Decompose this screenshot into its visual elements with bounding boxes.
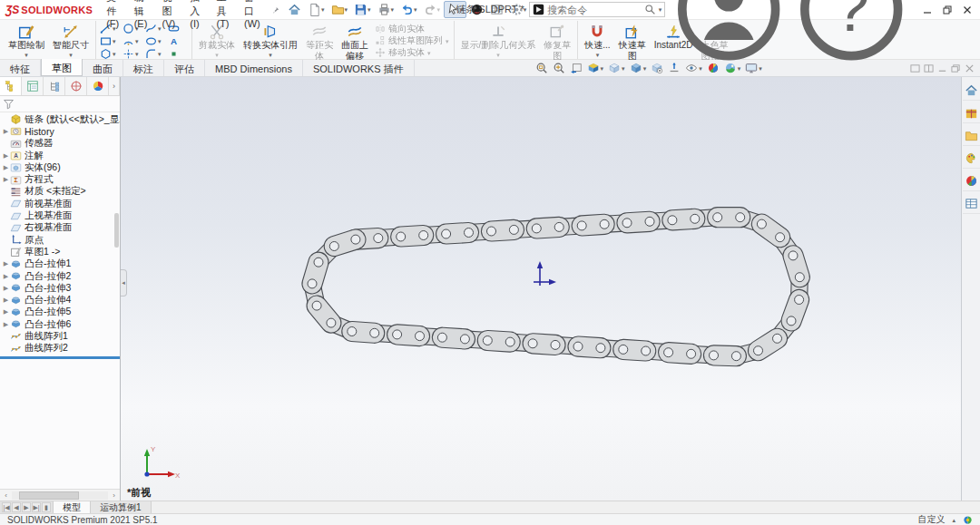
home-button[interactable] — [285, 1, 304, 18]
expand-arrow[interactable]: ▶ — [2, 321, 10, 328]
ribbon-button-移动实体[interactable]: 移动实体▾ — [373, 47, 451, 58]
ribbon-tab-MBD Dimensions[interactable]: MBD Dimensions — [205, 60, 303, 76]
graphics-viewport[interactable]: ◂ Y X *前视 — [121, 77, 961, 501]
dropdown-caret[interactable]: ▾ — [345, 6, 348, 13]
expand-arrow[interactable]: ▶ — [2, 260, 10, 267]
tree-item[interactable]: ▶History — [0, 125, 120, 137]
tree-item[interactable]: 原点 — [0, 234, 120, 246]
expand-arrow[interactable]: ▶ — [2, 285, 10, 292]
last-tab-button[interactable]: ▶| — [32, 502, 41, 512]
window-minimize-button[interactable] — [918, 3, 936, 17]
ribbon-tab-标注[interactable]: 标注 — [123, 60, 164, 76]
point-tool[interactable]: ▾ — [122, 48, 143, 60]
propertymanager-tab[interactable] — [22, 77, 44, 95]
custom-properties-button[interactable] — [963, 193, 980, 214]
expand-arrow[interactable]: ▶ — [2, 308, 10, 316]
ellipse-tool[interactable]: ▾ — [144, 35, 166, 47]
chamfer-dot-tool[interactable] — [167, 48, 189, 60]
dropdown-caret[interactable]: ▾ — [524, 6, 527, 13]
prev-tab-button[interactable]: ◀ — [12, 502, 21, 512]
polygon-tool[interactable]: ▾ — [99, 48, 121, 60]
dropdown-caret[interactable]: ▾ — [135, 51, 139, 57]
search-input[interactable] — [547, 5, 641, 15]
ribbon-button-智能尺寸[interactable]: 智能尺寸▾ — [49, 22, 93, 60]
dropdown-caret[interactable]: ▾ — [113, 51, 116, 57]
file-explorer-button[interactable] — [963, 125, 980, 146]
dropdown-caret[interactable]: ▾ — [368, 6, 371, 13]
hscroll-left-arrow[interactable]: ‹ — [1, 491, 11, 500]
first-tab-button[interactable]: |◀ — [2, 502, 11, 512]
tree-item[interactable]: ▶凸台-拉伸1 — [0, 258, 120, 270]
tree-item[interactable]: 上视基准面 — [0, 209, 120, 221]
tree-item[interactable]: 材质 <未指定> — [0, 186, 120, 198]
tree-item[interactable]: ▶凸台-拉伸4 — [0, 294, 120, 306]
dropdown-caret[interactable]: ▾ — [437, 6, 441, 13]
ribbon-tab-SOLIDWORKS 插件[interactable]: SOLIDWORKS 插件 — [303, 60, 415, 76]
tree-item[interactable]: 曲线阵列2 — [0, 343, 120, 355]
ribbon-button-显示/删除几何关系[interactable]: 显示/删除几何关系▾ — [457, 22, 540, 60]
model-tab-运动算例1[interactable]: 运动算例1 — [91, 501, 152, 513]
fillet-tool[interactable]: ▾ — [144, 48, 166, 60]
select-cursor-button[interactable]: ▾ — [444, 1, 466, 18]
tree-filter-row[interactable] — [0, 96, 120, 112]
search-box[interactable]: ▾ — [529, 2, 665, 17]
ribbon-tab-曲面[interactable]: 曲面 — [83, 60, 123, 76]
tab-splitter-button[interactable]: ▮ — [42, 502, 51, 512]
open-button[interactable]: ▾ — [328, 1, 351, 18]
hscroll-thumb[interactable] — [19, 491, 79, 500]
tree-item[interactable]: 前视基准面 — [0, 198, 120, 209]
dropdown-caret[interactable]: ▾ — [414, 6, 417, 13]
expand-arrow[interactable]: ▶ — [2, 164, 10, 171]
dropdown-caret[interactable]: ▾ — [158, 51, 162, 57]
text-tool[interactable]: A — [167, 35, 189, 47]
ribbon-button-镜向实体[interactable]: 镜向实体 — [373, 24, 451, 34]
dropdown-caret[interactable]: ▾ — [158, 38, 162, 44]
customize-caret[interactable]: ▴ — [952, 517, 956, 523]
dropdown-caret[interactable]: ▾ — [391, 6, 395, 13]
tree-item[interactable]: ▶凸台-拉伸3 — [0, 282, 120, 294]
arc-tool[interactable]: ▾ — [122, 35, 143, 47]
dropdown-caret[interactable]: ▾ — [113, 38, 116, 44]
displaymanager-tab[interactable] — [87, 77, 109, 95]
new-doc-button[interactable]: ▾ — [305, 1, 328, 18]
tree-item[interactable]: 右视基准面 — [0, 222, 120, 234]
expand-arrow[interactable]: ▶ — [2, 128, 10, 135]
ribbon-button-线性草图阵列[interactable]: 线性草图阵列▾ — [373, 35, 451, 46]
next-tab-button[interactable]: ▶ — [22, 502, 31, 512]
window-restore-button[interactable] — [938, 3, 956, 17]
tree-item[interactable]: ▶Σ方程式 — [0, 173, 120, 185]
ribbon-button-曲面上偏移[interactable]: 曲面上 偏移 — [338, 22, 372, 63]
filter-icon[interactable] — [3, 98, 15, 110]
view-palette-button[interactable] — [963, 148, 980, 169]
tree-item[interactable]: ▶凸台-拉伸2 — [0, 270, 120, 282]
tree-item[interactable]: 草图1 -> — [0, 246, 120, 258]
rectangle-tool[interactable]: ▾ — [99, 35, 121, 47]
panel-collapse-handle[interactable]: ◂ — [121, 269, 127, 297]
configuration-tab[interactable] — [44, 77, 65, 95]
appearances-button[interactable] — [963, 170, 980, 191]
tree-item[interactable]: ▶凸台-拉伸6 — [0, 318, 120, 330]
menu-item-6[interactable]: 窗口(W) — [238, 0, 267, 31]
search-magnifier-icon[interactable] — [644, 4, 656, 15]
undo-button[interactable]: ▾ — [397, 1, 420, 18]
expand-arrow[interactable]: ▶ — [2, 297, 10, 304]
chain-model[interactable] — [121, 77, 961, 501]
dropdown-caret[interactable]: ▾ — [496, 52, 500, 58]
dropdown-caret[interactable]: ▾ — [269, 52, 272, 58]
hscroll-track[interactable] — [12, 491, 108, 500]
dropdown-caret[interactable]: ▾ — [135, 38, 139, 44]
black-sphere-button[interactable] — [467, 1, 486, 18]
ribbon-button-剪裁实体[interactable]: 剪裁实体▾ — [195, 22, 239, 60]
grid-button[interactable] — [487, 1, 506, 18]
save-button[interactable]: ▾ — [351, 1, 374, 18]
resources-button[interactable] — [963, 80, 980, 101]
ribbon-button-等距实体[interactable]: 等距实 体 — [302, 22, 337, 63]
ribbon-button-草图绘制[interactable]: 草图绘制▾ — [5, 22, 48, 60]
redo-button[interactable]: ▾ — [421, 1, 444, 18]
dropdown-caret[interactable]: ▾ — [460, 6, 464, 13]
featuremanager-tab[interactable] — [0, 77, 22, 95]
tree-item[interactable]: 曲线阵列1 — [0, 330, 120, 342]
hscroll-right-arrow[interactable]: › — [109, 491, 119, 500]
panel-tabs-overflow[interactable]: › — [109, 77, 120, 95]
dimxpert-tab[interactable] — [65, 77, 87, 95]
